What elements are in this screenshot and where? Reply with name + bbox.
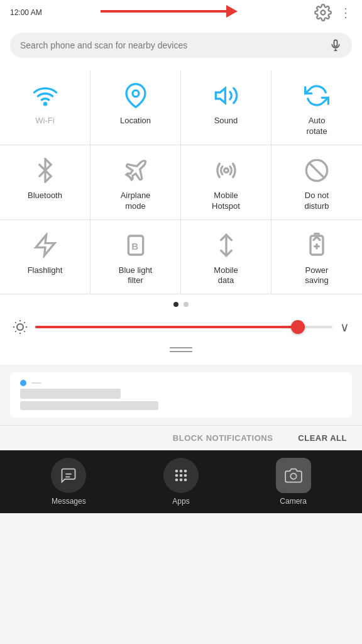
action-bar: BLOCK NOTIFICATIONS CLEAR ALL xyxy=(0,425,362,450)
svg-point-29 xyxy=(175,474,178,477)
quick-settings-grid: Wi-Fi Location Sound xyxy=(0,70,362,294)
brightness-expand-button[interactable]: ∨ xyxy=(340,319,349,335)
svg-rect-1 xyxy=(334,40,337,47)
drag-handle xyxy=(0,342,362,360)
svg-point-32 xyxy=(175,479,178,482)
notification-app-name xyxy=(31,382,41,384)
page-dot-2[interactable] xyxy=(184,302,189,307)
wifi-icon xyxy=(30,80,60,111)
brightness-icon xyxy=(13,319,28,335)
qs-powersaving[interactable]: Powersaving xyxy=(272,220,362,295)
qs-donotdisturb-label: Do notdisturb xyxy=(304,191,329,212)
block-notifications-button[interactable]: BLOCK NOTIFICATIONS xyxy=(173,433,273,443)
qs-autorotate[interactable]: Autorotate xyxy=(272,70,362,145)
svg-point-5 xyxy=(133,91,139,97)
donotdisturb-icon xyxy=(302,155,332,186)
camera-icon-bg xyxy=(276,458,311,493)
bluetooth-icon xyxy=(30,155,60,186)
qs-wifi-label: Wi-Fi xyxy=(35,116,54,126)
airplane-icon xyxy=(121,155,151,186)
search-input[interactable] xyxy=(20,40,329,50)
svg-line-22 xyxy=(15,331,16,332)
svg-point-4 xyxy=(44,103,46,105)
qs-airplanemode[interactable]: Airplanemode xyxy=(90,145,181,220)
qs-mobilehotspot[interactable]: MobileHotspot xyxy=(181,145,272,220)
qs-bluelightfilter[interactable]: B Blue lightfilter xyxy=(90,220,181,295)
messages-label: Messages xyxy=(52,497,86,506)
notification-card[interactable] xyxy=(10,372,352,418)
notification-dot xyxy=(20,380,26,386)
qs-flashlight[interactable]: Flashlight xyxy=(0,220,90,295)
location-icon xyxy=(121,80,151,111)
search-bar[interactable] xyxy=(10,33,352,58)
svg-point-33 xyxy=(180,479,183,482)
svg-line-18 xyxy=(15,323,16,323)
qs-wifi[interactable]: Wi-Fi xyxy=(0,70,90,145)
qs-bluelightfilter-label: Blue lightfilter xyxy=(119,265,152,287)
qs-autorotate-label: Autorotate xyxy=(306,116,327,137)
qs-mobiledata[interactable]: Mobiledata xyxy=(181,220,272,295)
svg-point-31 xyxy=(184,474,187,477)
notification-area xyxy=(0,365,362,425)
svg-text:B: B xyxy=(131,240,138,251)
microphone-icon[interactable] xyxy=(329,39,342,52)
arrow-annotation xyxy=(101,5,238,18)
nav-apps[interactable]: Apps xyxy=(163,458,199,506)
qs-mobiledata-label: Mobiledata xyxy=(214,265,238,287)
svg-point-15 xyxy=(17,324,23,330)
qs-donotdisturb[interactable]: Do notdisturb xyxy=(272,145,362,220)
status-icons: ⋮ xyxy=(314,4,352,21)
svg-point-7 xyxy=(224,168,228,172)
header xyxy=(0,25,362,65)
svg-line-23 xyxy=(24,323,25,323)
qs-sound-label: Sound xyxy=(214,116,238,126)
brightness-row: ∨ xyxy=(0,312,362,342)
camera-label: Camera xyxy=(280,497,307,506)
powersaving-icon xyxy=(302,230,332,260)
status-bar: 12:00 AM ⋮ xyxy=(0,0,362,25)
qs-airplanemode-label: Airplanemode xyxy=(121,191,151,212)
bluelightfilter-icon: B xyxy=(121,230,151,260)
svg-point-0 xyxy=(321,11,326,15)
svg-point-35 xyxy=(290,474,296,479)
sound-icon xyxy=(211,80,241,111)
qs-mobilehotspot-label: MobileHotspot xyxy=(212,191,240,212)
bottom-nav: Messages Apps Camera xyxy=(0,450,362,513)
svg-point-30 xyxy=(180,474,183,477)
qs-sound[interactable]: Sound xyxy=(181,70,272,145)
apps-label: Apps xyxy=(172,497,189,506)
autorotate-icon xyxy=(302,80,332,111)
svg-point-34 xyxy=(184,479,187,482)
qs-bluetooth[interactable]: Bluetooth xyxy=(0,145,90,220)
quick-settings-panel: Wi-Fi Location Sound xyxy=(0,65,362,365)
status-time: 12:00 AM xyxy=(10,8,42,17)
svg-marker-10 xyxy=(36,235,55,255)
messages-icon-bg xyxy=(51,458,86,493)
page-dots xyxy=(0,294,362,312)
apps-icon-bg xyxy=(163,458,199,493)
more-options-icon[interactable]: ⋮ xyxy=(339,5,352,20)
qs-bluetooth-label: Bluetooth xyxy=(28,191,62,201)
svg-point-27 xyxy=(180,470,183,473)
settings-gear-icon[interactable] xyxy=(314,4,332,21)
page-dot-1[interactable] xyxy=(173,302,178,307)
svg-line-19 xyxy=(24,331,25,332)
nav-camera[interactable]: Camera xyxy=(276,458,311,506)
brightness-slider[interactable] xyxy=(35,326,332,328)
svg-point-26 xyxy=(175,470,178,473)
qs-flashlight-label: Flashlight xyxy=(28,265,63,276)
clear-all-button[interactable]: CLEAR ALL xyxy=(298,433,347,443)
svg-point-28 xyxy=(184,470,187,473)
flashlight-icon xyxy=(30,230,60,260)
mobiledata-icon xyxy=(211,230,241,260)
notification-body xyxy=(20,401,158,410)
qs-powersaving-label: Powersaving xyxy=(305,265,329,287)
svg-line-9 xyxy=(309,163,324,178)
notification-title xyxy=(20,389,121,399)
svg-marker-6 xyxy=(216,88,225,103)
qs-location[interactable]: Location xyxy=(90,70,181,145)
qs-location-label: Location xyxy=(120,116,151,126)
notification-header xyxy=(20,380,342,386)
hotspot-icon xyxy=(211,155,241,186)
nav-messages[interactable]: Messages xyxy=(51,458,86,506)
